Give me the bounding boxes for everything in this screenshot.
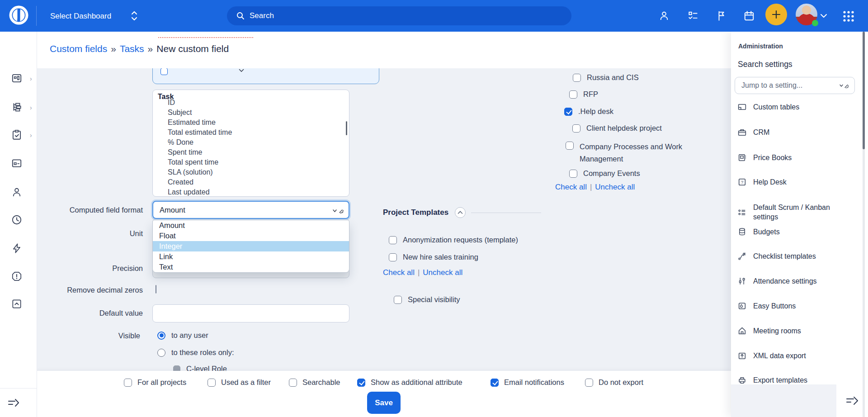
listbox-option[interactable]: SLA (solution): [168, 168, 213, 176]
listbox-option[interactable]: Estimated time: [168, 118, 216, 127]
listbox-option[interactable]: Total spent time: [168, 158, 218, 166]
panel-item-scrum-settings[interactable]: Default Scrum / Kanban settings: [737, 203, 855, 222]
calendar-icon[interactable]: [743, 10, 755, 22]
breadcrumb-tasks-link[interactable]: Tasks: [120, 43, 144, 54]
template-row[interactable]: Anonymization requests (template): [389, 236, 518, 244]
project-row[interactable]: Company Events: [569, 169, 640, 178]
project-row[interactable]: Russia and CIS: [573, 73, 639, 82]
alerts-icon[interactable]: [11, 270, 23, 282]
footer-checkbox-checked[interactable]: [357, 379, 365, 387]
project-checkbox[interactable]: [573, 74, 581, 82]
special-visibility-row[interactable]: Special visibility: [394, 295, 460, 304]
task-list-icon[interactable]: [687, 10, 699, 22]
add-button[interactable]: [765, 4, 787, 25]
users-icon[interactable]: [11, 186, 23, 198]
menu-option-text[interactable]: Text: [153, 262, 349, 272]
project-checkbox[interactable]: [569, 170, 577, 178]
reports-window-icon[interactable]: [11, 157, 23, 169]
scrolled-field-checkbox[interactable]: [160, 68, 168, 75]
expand-sidebar-icon[interactable]: [7, 398, 21, 408]
computed-field-format-select[interactable]: Amount: [152, 201, 349, 219]
project-checkbox[interactable]: [569, 90, 577, 99]
app-grid-icon[interactable]: [842, 9, 855, 23]
footer-checkbox[interactable]: [124, 379, 132, 387]
footer-checkbox[interactable]: [208, 379, 216, 387]
project-row[interactable]: .Help desk: [564, 107, 613, 116]
radio-selected[interactable]: [157, 332, 165, 340]
project-checkbox[interactable]: [566, 142, 574, 150]
avatar-chevron-down-icon[interactable]: [820, 13, 827, 19]
check-all-link[interactable]: Check all: [383, 268, 415, 277]
listbox-option[interactable]: Total estimated time: [168, 128, 232, 137]
listbox-option[interactable]: Subject: [168, 109, 192, 117]
select-dashboard-button[interactable]: Select Dashboard: [50, 12, 111, 21]
collapse-panel-icon[interactable]: [845, 395, 859, 407]
listbox-option[interactable]: ID: [168, 99, 175, 107]
footer-option[interactable]: For all projects: [124, 378, 186, 387]
dashboards-icon[interactable]: [11, 72, 23, 84]
flag-icon[interactable]: [716, 10, 728, 22]
radio-unselected[interactable]: [157, 349, 165, 357]
footer-option[interactable]: Used as a filter: [208, 378, 271, 387]
profile-icon[interactable]: [658, 10, 670, 22]
task-field-listbox[interactable]: Task ID Subject Estimated time Total est…: [152, 90, 349, 197]
uncheck-all-link[interactable]: Uncheck all: [595, 183, 635, 191]
archive-box-icon[interactable]: [11, 298, 23, 310]
project-checkbox-checked[interactable]: [564, 108, 572, 116]
time-clock-icon[interactable]: [11, 214, 23, 226]
panel-item-export-templates[interactable]: Export templates: [737, 375, 807, 385]
footer-option[interactable]: Email notifications: [491, 378, 564, 387]
sidebar-expand-chevron[interactable]: ›: [30, 75, 32, 82]
footer-checkbox[interactable]: [585, 379, 593, 387]
app-logo-icon[interactable]: [8, 4, 30, 26]
panel-item-custom-tables[interactable]: Custom tables: [737, 102, 799, 112]
menu-option-float[interactable]: Float: [153, 231, 349, 241]
menu-option-integer[interactable]: Integer: [153, 241, 349, 251]
default-value-input[interactable]: [152, 304, 349, 322]
panel-item-meeting-rooms[interactable]: Meeting rooms: [737, 326, 801, 336]
sidebar-expand-chevron[interactable]: ›: [30, 104, 32, 111]
tasks-clipboard-icon[interactable]: [11, 129, 23, 141]
panel-item-xml-export[interactable]: XML data export: [737, 351, 806, 360]
visible-any-user-option[interactable]: to any user: [157, 331, 208, 340]
panel-item-crm[interactable]: CRM: [737, 128, 769, 137]
page-scrollbar-thumb[interactable]: [863, 32, 865, 149]
project-tree-icon[interactable]: [11, 101, 23, 113]
remove-decimal-zeros-checkbox[interactable]: [156, 285, 156, 294]
project-row[interactable]: RFP: [569, 90, 598, 99]
special-visibility-checkbox[interactable]: [394, 296, 402, 304]
dashboard-sort-icon[interactable]: [130, 10, 138, 22]
visible-roles-option[interactable]: to these roles only:: [157, 348, 234, 357]
panel-item-price-books[interactable]: Price Books: [737, 153, 792, 162]
footer-checkbox-checked[interactable]: [491, 379, 499, 387]
listbox-option[interactable]: Last updated: [168, 188, 210, 196]
check-all-link[interactable]: Check all: [555, 183, 587, 191]
template-row[interactable]: New hire sales training: [389, 253, 478, 261]
listbox-scrollbar-thumb[interactable]: [346, 121, 347, 135]
uncheck-all-link[interactable]: Uncheck all: [423, 268, 462, 277]
footer-checkbox[interactable]: [289, 379, 297, 387]
listbox-option[interactable]: Spent time: [168, 148, 202, 156]
menu-option-link[interactable]: Link: [153, 251, 349, 262]
project-row[interactable]: Company Processes and Work Management: [566, 141, 698, 165]
footer-option[interactable]: Show as additional attribute: [357, 378, 462, 387]
panel-item-easy-buttons[interactable]: Easy Buttons: [737, 301, 796, 311]
template-checkbox[interactable]: [389, 253, 397, 261]
panel-item-help-desk[interactable]: ? Help Desk: [737, 177, 787, 187]
listbox-option[interactable]: Created: [168, 178, 193, 186]
template-checkbox[interactable]: [389, 236, 397, 244]
listbox-option[interactable]: % Done: [168, 138, 193, 147]
sidebar-expand-chevron[interactable]: ›: [30, 132, 32, 139]
project-checkbox[interactable]: [572, 124, 580, 133]
breadcrumb-custom-fields-link[interactable]: Custom fields: [50, 43, 107, 54]
project-row[interactable]: Client helpdesk project: [572, 124, 662, 133]
save-button[interactable]: Save: [367, 392, 401, 414]
activity-lightning-icon[interactable]: [11, 242, 23, 254]
search-input[interactable]: Search: [227, 6, 571, 25]
jump-to-setting-select[interactable]: Jump to a setting...: [735, 77, 855, 94]
collapse-section-button[interactable]: [455, 207, 466, 218]
menu-option-amount[interactable]: Amount: [153, 220, 349, 231]
panel-item-checklist-templates[interactable]: Checklist templates: [737, 251, 816, 261]
footer-option[interactable]: Searchable: [289, 378, 340, 387]
panel-item-attendance[interactable]: Attendance settings: [737, 276, 817, 286]
